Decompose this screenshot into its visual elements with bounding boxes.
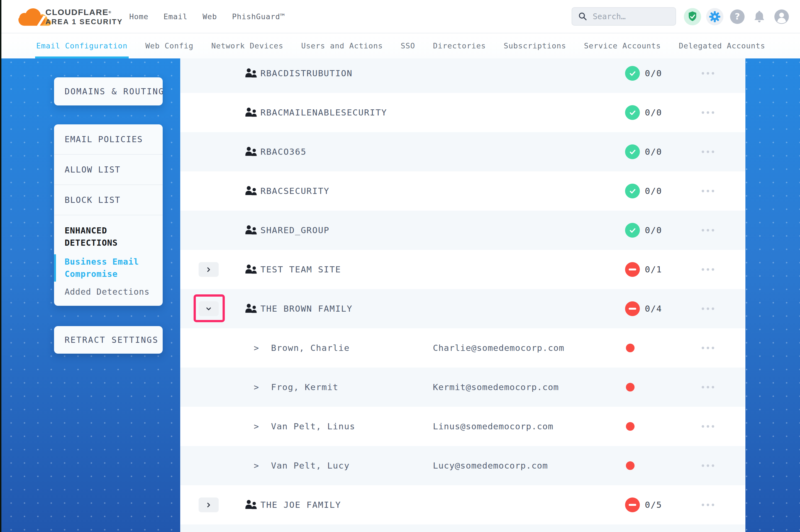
group-name: TEST TEAM SITE xyxy=(260,250,341,289)
group-name: THE JOE FAMILY xyxy=(260,485,341,525)
minus-icon xyxy=(629,504,636,506)
status-check-badge xyxy=(625,105,640,120)
status-minus-badge xyxy=(625,497,640,512)
tab-email-configuration[interactable]: Email Configuration xyxy=(36,33,128,58)
table-row: >Van Pelt, LinusLinus@somedemocorp.com xyxy=(180,407,745,446)
group-icon xyxy=(245,303,258,314)
tab-service-accounts[interactable]: Service Accounts xyxy=(584,33,661,58)
header-nav-item-web[interactable]: Web xyxy=(202,12,217,21)
shield-check-icon[interactable] xyxy=(684,8,701,25)
member-name: Brown, Charlie xyxy=(271,328,350,367)
status-count: 0/0 xyxy=(645,132,662,171)
expand-button-wrap xyxy=(199,301,219,316)
tab-users-and-actions[interactable]: Users and Actions xyxy=(301,33,383,58)
row-menu-ellipsis[interactable] xyxy=(702,289,714,328)
member-name: Frog, Kermit xyxy=(271,367,339,407)
gear-icon[interactable] xyxy=(706,8,723,25)
top-header: CLOUDFLARE® AREA 1 SECURITY HomeEmailWeb… xyxy=(0,0,800,33)
sidebar-item-enhanced-detections[interactable]: ENHANCED DETECTIONS xyxy=(54,225,163,249)
table-row: RBACO3650/0 xyxy=(180,132,745,171)
sidebar-item-label: EMAIL POLICIES xyxy=(65,134,143,144)
group-name: RBACSECURITY xyxy=(260,171,329,211)
group-icon xyxy=(245,225,258,235)
table-row: >Van Pelt, LucyLucy@somedemocorp.com xyxy=(180,446,745,485)
status-check-badge xyxy=(625,145,640,159)
tab-directories[interactable]: Directories xyxy=(433,33,486,58)
content-area: DOMAINS & ROUTING EMAIL POLICIES ALLOW L… xyxy=(0,58,800,532)
logo-line1: CLOUDFLARE xyxy=(46,7,109,17)
sidebar-item-label: Added Detections xyxy=(65,287,150,297)
row-menu-ellipsis[interactable] xyxy=(702,250,714,289)
table-row: RBACSECURITY0/0 xyxy=(180,171,745,211)
member-email: Charlie@somedemocorp.com xyxy=(433,328,564,367)
row-menu-ellipsis[interactable] xyxy=(702,407,714,446)
sidebar-item-business-email-compromise[interactable]: Business Email Compromise xyxy=(54,256,163,280)
search-icon xyxy=(578,12,587,21)
row-menu-ellipsis[interactable] xyxy=(702,367,714,407)
header-nav-item-email[interactable]: Email xyxy=(164,12,187,21)
tab-subscriptions[interactable]: Subscriptions xyxy=(504,33,566,58)
collapse-group-button[interactable] xyxy=(199,301,219,316)
screen-edge-strip xyxy=(0,0,1,532)
expand-group-button[interactable] xyxy=(199,497,219,512)
avatar-icon[interactable] xyxy=(775,10,789,24)
table-row: RBACMAILENABLESECURITY0/0 xyxy=(180,93,745,132)
table-row: >Frog, KermitKermit@somedemocorp.com xyxy=(180,367,745,407)
status-count: 0/0 xyxy=(645,171,662,211)
check-icon xyxy=(629,187,637,195)
svg-text:?: ? xyxy=(735,11,740,22)
chevron-down-icon xyxy=(205,305,212,312)
tab-web-config[interactable]: Web Config xyxy=(145,33,194,58)
status-count: 0/0 xyxy=(645,93,662,132)
row-menu-ellipsis[interactable] xyxy=(702,446,714,485)
registered-mark: ® xyxy=(109,10,112,14)
row-menu-ellipsis[interactable] xyxy=(702,93,714,132)
group-icon xyxy=(245,68,258,78)
status-minus-badge xyxy=(625,262,640,277)
row-menu-ellipsis[interactable] xyxy=(702,211,714,250)
member-chevron-icon: > xyxy=(254,367,259,407)
tab-sso[interactable]: SSO xyxy=(401,33,415,58)
tab-network-devices[interactable]: Network Devices xyxy=(211,33,283,58)
row-menu-ellipsis[interactable] xyxy=(702,328,714,367)
sidebar-item-block-list[interactable]: BLOCK LIST xyxy=(54,185,163,215)
sidebar-item-allow-list[interactable]: ALLOW LIST xyxy=(54,155,163,185)
member-chevron-icon: > xyxy=(254,407,259,446)
bell-icon[interactable] xyxy=(753,10,765,24)
table-row: THE BROWN FAMILY0/4 xyxy=(180,289,745,328)
sidebar-card-domains-routing[interactable]: DOMAINS & ROUTING xyxy=(54,77,163,106)
status-dot xyxy=(626,344,635,352)
check-icon xyxy=(629,148,637,156)
row-menu-ellipsis[interactable] xyxy=(702,54,714,93)
header-nav-item-phishguard[interactable]: PhishGuard™ xyxy=(232,12,285,21)
group-icon xyxy=(245,186,258,196)
row-menu-ellipsis[interactable] xyxy=(702,485,714,525)
group-name: THE BROWN FAMILY xyxy=(260,289,353,328)
header-nav-item-home[interactable]: Home xyxy=(129,12,148,21)
status-dot xyxy=(626,461,635,470)
expand-button-wrap xyxy=(199,497,219,512)
search-input[interactable] xyxy=(592,12,663,21)
sidebar-card-retract-settings[interactable]: RETRACT SETTINGS xyxy=(54,326,163,354)
row-menu-ellipsis[interactable] xyxy=(702,171,714,211)
tab-delegated-accounts[interactable]: Delegated Accounts xyxy=(679,33,765,58)
sidebar-card-email-policies: EMAIL POLICIES ALLOW LIST BLOCK LIST ENH… xyxy=(54,125,163,306)
expand-group-button[interactable] xyxy=(199,262,219,277)
subnav-tabs: Email ConfigurationWeb ConfigNetwork Dev… xyxy=(0,33,800,58)
row-menu-ellipsis[interactable] xyxy=(702,132,714,171)
cloudflare-logo: CLOUDFLARE® AREA 1 SECURITY xyxy=(46,7,123,26)
help-icon[interactable]: ? xyxy=(730,10,745,24)
sidebar-item-email-policies[interactable]: EMAIL POLICIES xyxy=(54,125,163,155)
group-icon xyxy=(245,264,258,274)
check-icon xyxy=(629,226,637,234)
group-table: RBACDISTRUBUTION0/0RBACMAILENABLESECURIT… xyxy=(180,54,745,532)
group-icon xyxy=(245,499,258,510)
status-check-badge xyxy=(625,184,640,198)
sidebar-item-label: Business Email Compromise xyxy=(65,257,139,279)
status-check-badge xyxy=(625,223,640,238)
check-icon xyxy=(629,109,637,117)
search-box xyxy=(571,7,676,25)
sidebar-item-added-detections[interactable]: Added Detections xyxy=(54,286,163,298)
status-minus-badge xyxy=(625,301,640,316)
table-row: >Brown, CharlieCharlie@somedemocorp.com xyxy=(180,328,745,367)
